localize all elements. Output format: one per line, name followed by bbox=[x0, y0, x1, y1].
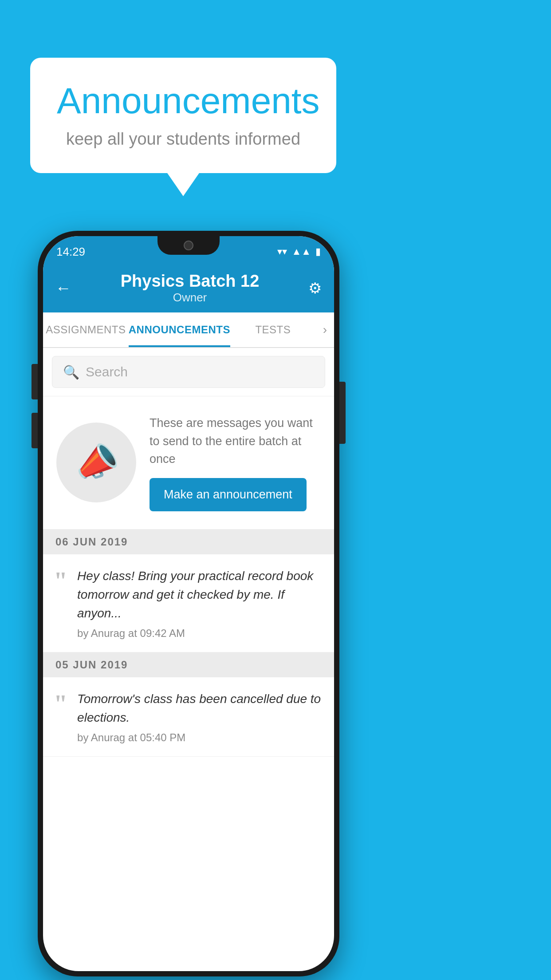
status-icons: ▾▾ ▲▲ ▮ bbox=[277, 246, 321, 257]
phone-screen: 14:29 ▾▾ ▲▲ ▮ ← Physics Batch 12 Owner ⚙ bbox=[43, 236, 334, 971]
signal-icon: ▲▲ bbox=[291, 246, 311, 257]
search-placeholder: Search bbox=[86, 364, 128, 379]
quote-icon-1: " bbox=[54, 569, 67, 640]
announcement-by-2: by Anurag at 05:40 PM bbox=[77, 731, 323, 744]
announcement-item-1[interactable]: " Hey class! Bring your practical record… bbox=[43, 554, 334, 652]
volume-up-button[interactable] bbox=[31, 364, 38, 399]
search-icon: 🔍 bbox=[63, 364, 79, 380]
tab-tests[interactable]: TESTS bbox=[230, 312, 316, 347]
announcement-icon-circle: 📣 bbox=[56, 423, 136, 502]
wifi-icon: ▾▾ bbox=[277, 246, 287, 257]
speech-bubble-box: Announcements keep all your students inf… bbox=[30, 58, 336, 173]
phone-outer: 14:29 ▾▾ ▲▲ ▮ ← Physics Batch 12 Owner ⚙ bbox=[38, 231, 339, 976]
quote-icon-2: " bbox=[54, 692, 67, 744]
settings-button[interactable]: ⚙ bbox=[308, 279, 322, 297]
make-announcement-button[interactable]: Make an announcement bbox=[150, 478, 307, 511]
megaphone-icon: 📣 bbox=[70, 437, 123, 489]
app-header: ← Physics Batch 12 Owner ⚙ bbox=[43, 264, 334, 312]
announcement-description: These are messages you want to send to t… bbox=[150, 414, 321, 468]
volume-down-button[interactable] bbox=[31, 413, 38, 448]
tab-announcements[interactable]: ANNOUNCEMENTS bbox=[129, 312, 230, 347]
tab-assignments[interactable]: ASSIGNMENTS bbox=[43, 312, 129, 347]
status-time: 14:29 bbox=[56, 245, 85, 259]
tab-more[interactable]: › bbox=[316, 312, 334, 347]
bubble-subtitle: keep all your students informed bbox=[57, 130, 310, 149]
announcement-text-1: Hey class! Bring your practical record b… bbox=[77, 567, 323, 623]
tab-bar: ASSIGNMENTS ANNOUNCEMENTS TESTS › bbox=[43, 312, 334, 348]
announcement-item-2[interactable]: " Tomorrow's class has been cancelled du… bbox=[43, 677, 334, 757]
batch-role: Owner bbox=[121, 291, 260, 304]
battery-icon: ▮ bbox=[315, 246, 321, 257]
phone-notch bbox=[157, 236, 220, 255]
search-bar[interactable]: 🔍 Search bbox=[52, 356, 325, 388]
announcement-content-1: Hey class! Bring your practical record b… bbox=[77, 567, 323, 640]
batch-title: Physics Batch 12 bbox=[121, 272, 260, 291]
announcement-text-2: Tomorrow's class has been cancelled due … bbox=[77, 690, 323, 727]
bubble-title: Announcements bbox=[57, 80, 310, 122]
announcement-prompt: 📣 These are messages you want to send to… bbox=[43, 396, 334, 530]
phone-mockup: 14:29 ▾▾ ▲▲ ▮ ← Physics Batch 12 Owner ⚙ bbox=[38, 231, 339, 976]
power-button[interactable] bbox=[339, 382, 346, 444]
date-separator-1: 06 JUN 2019 bbox=[43, 530, 334, 554]
announcement-by-1: by Anurag at 09:42 AM bbox=[77, 627, 323, 640]
search-container: 🔍 Search bbox=[43, 348, 334, 396]
date-separator-2: 05 JUN 2019 bbox=[43, 652, 334, 677]
announcement-content-2: Tomorrow's class has been cancelled due … bbox=[77, 690, 323, 744]
speech-bubble: Announcements keep all your students inf… bbox=[30, 58, 336, 173]
camera bbox=[184, 241, 193, 250]
announcement-right: These are messages you want to send to t… bbox=[150, 414, 321, 511]
header-center: Physics Batch 12 Owner bbox=[121, 272, 260, 304]
back-button[interactable]: ← bbox=[55, 279, 71, 297]
